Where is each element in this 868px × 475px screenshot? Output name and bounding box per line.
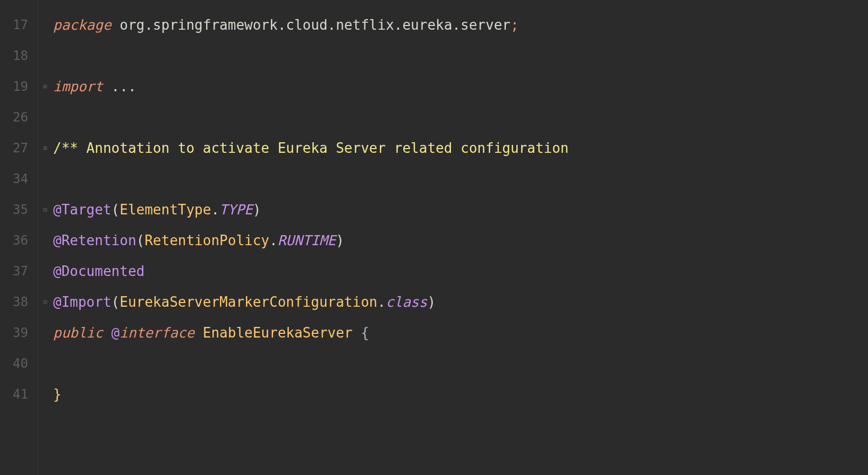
javadoc-comment: /** Annotation to activate Eureka Server… — [53, 140, 569, 156]
gutter: 17 18 19 26 27 34 35 36 37 38 39 40 41 — [0, 0, 38, 475]
line-number[interactable]: 27 — [0, 133, 38, 163]
semicolon: ; — [510, 17, 519, 33]
code-line-40[interactable] — [53, 348, 868, 379]
class-name-enableeurekaserver: EnableEurekaServer — [203, 325, 353, 341]
fold-marker-icon[interactable]: ⊟ — [41, 298, 49, 306]
line-number[interactable]: 35 — [0, 194, 38, 225]
lparen: ( — [137, 232, 145, 248]
at-symbol: @ — [112, 325, 120, 341]
constant-type: TYPE — [219, 202, 253, 218]
line-number[interactable]: 40 — [0, 348, 38, 379]
line-number[interactable]: 38 — [0, 287, 38, 317]
type-elementtype: ElementType — [120, 202, 211, 218]
annotation-retention: Retention — [62, 232, 137, 248]
line-number[interactable]: 26 — [0, 102, 38, 133]
code-line-27[interactable]: ⊞/** Annotation to activate Eureka Serve… — [53, 133, 868, 163]
type-eurekaservermarkerconfiguration: EurekaServerMarkerConfiguration — [120, 294, 377, 310]
lparen: ( — [112, 294, 120, 310]
space — [194, 325, 203, 341]
import-ellipsis: ... — [112, 79, 137, 94]
space — [103, 79, 112, 94]
open-brace: { — [361, 325, 369, 341]
code-line-38[interactable]: ⊟@Import(EurekaServerMarkerConfiguration… — [53, 287, 868, 317]
fold-marker-icon[interactable]: ⊟ — [41, 206, 49, 213]
fold-marker-icon[interactable]: ⊞ — [41, 83, 49, 90]
dot: . — [378, 294, 386, 310]
code-line-34[interactable] — [53, 163, 868, 194]
code-line-39[interactable]: public @interface EnableEurekaServer { — [53, 317, 868, 348]
line-number[interactable]: 37 — [0, 256, 38, 287]
keyword-interface: interface — [120, 325, 194, 341]
space — [353, 325, 361, 341]
code-line-41[interactable]: } — [53, 379, 868, 410]
line-number[interactable]: 18 — [0, 40, 38, 71]
package-name: org.springframework.cloud.netflix.eureka… — [120, 17, 510, 33]
code-line-19[interactable]: ⊞import ... — [53, 71, 868, 102]
keyword-package: package — [53, 17, 112, 33]
space — [112, 17, 120, 33]
lparen: ( — [112, 202, 120, 218]
code-line-17[interactable]: package org.springframework.cloud.netfli… — [53, 10, 868, 40]
annotation-target: Target — [62, 202, 112, 218]
space — [103, 325, 112, 341]
keyword-public: public — [53, 325, 103, 341]
code-line-18[interactable] — [53, 40, 868, 71]
constant-runtime: RUNTIME — [278, 232, 336, 248]
line-number[interactable]: 19 — [0, 71, 38, 102]
line-number[interactable]: 41 — [0, 379, 38, 410]
rparen: ) — [427, 294, 436, 310]
code-line-26[interactable] — [53, 102, 868, 133]
code-line-35[interactable]: ⊟@Target(ElementType.TYPE) — [53, 194, 868, 225]
at-symbol: @ — [53, 202, 62, 218]
line-number[interactable]: 36 — [0, 225, 38, 256]
line-number[interactable]: 39 — [0, 317, 38, 348]
at-symbol: @ — [53, 294, 62, 310]
type-retentionpolicy: RetentionPolicy — [144, 232, 269, 248]
rparen: ) — [336, 232, 344, 248]
line-number[interactable]: 34 — [0, 163, 38, 194]
code-editor: 17 18 19 26 27 34 35 36 37 38 39 40 41 p… — [0, 0, 868, 475]
annotation-import: Import — [62, 294, 112, 310]
fold-marker-icon[interactable]: ⊞ — [41, 144, 49, 152]
line-number[interactable]: 17 — [0, 10, 38, 40]
close-brace: } — [53, 386, 62, 402]
code-content[interactable]: package org.springframework.cloud.netfli… — [38, 0, 868, 475]
dot: . — [211, 202, 219, 218]
rparen: ) — [253, 202, 261, 218]
annotation-documented: Documented — [62, 263, 145, 279]
at-symbol: @ — [53, 232, 62, 248]
code-line-37[interactable]: @Documented — [53, 256, 868, 287]
keyword-import: import — [53, 79, 103, 94]
at-symbol: @ — [53, 263, 62, 279]
code-line-36[interactable]: @Retention(RetentionPolicy.RUNTIME) — [53, 225, 868, 256]
class-keyword: class — [386, 294, 427, 310]
dot: . — [269, 232, 278, 248]
